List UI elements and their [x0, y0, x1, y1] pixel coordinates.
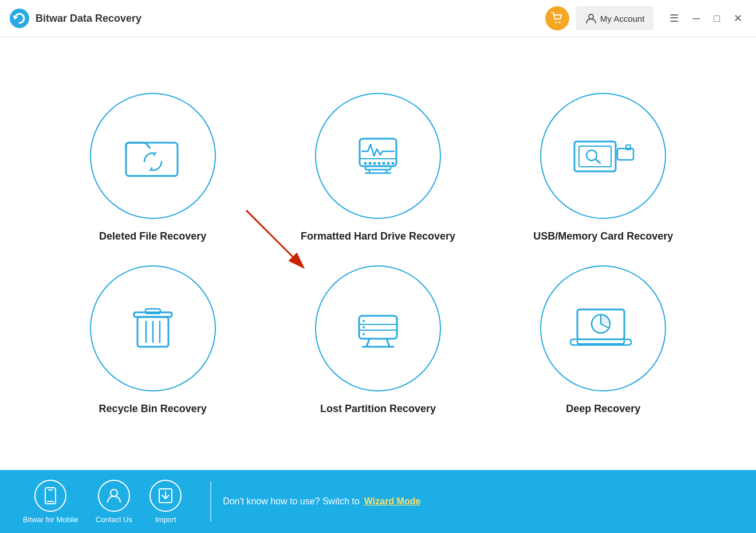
recovery-item-recycle[interactable]: Recycle Bin Recovery: [63, 265, 242, 415]
recovery-circle-deleted-file: [90, 93, 216, 219]
footer-item-mobile[interactable]: Bitwar for Mobile: [23, 480, 78, 524]
svg-point-14: [387, 162, 389, 164]
footer-mobile-circle: [34, 480, 66, 512]
svg-point-37: [363, 326, 365, 328]
recovery-label-deep: Deep Recovery: [566, 403, 640, 415]
footer-mobile-label: Bitwar for Mobile: [23, 515, 78, 524]
recovery-item-usb[interactable]: USB/Memory Card Recovery: [514, 93, 693, 242]
app-title: Bitwar Data Recovery: [36, 13, 545, 25]
svg-point-12: [377, 162, 380, 164]
svg-line-40: [387, 339, 389, 347]
app-logo-icon: [9, 8, 30, 29]
svg-line-39: [367, 339, 369, 347]
cart-button[interactable]: [545, 6, 569, 30]
svg-point-0: [10, 9, 29, 28]
footer-contact-circle: [98, 480, 130, 512]
svg-rect-21: [579, 146, 611, 167]
svg-marker-5: [153, 152, 157, 156]
recovery-circle-formatted: [315, 93, 441, 219]
svg-rect-28: [145, 309, 160, 313]
svg-point-36: [363, 320, 365, 322]
recovery-label-deleted-file: Deleted File Recovery: [99, 230, 206, 242]
svg-rect-24: [617, 148, 633, 160]
svg-point-10: [368, 162, 371, 164]
recovery-label-partition: Lost Partition Recovery: [320, 403, 436, 415]
title-bar: Bitwar Data Recovery My Account ☰ ─ □ ✕: [0, 0, 756, 37]
svg-rect-16: [365, 166, 391, 170]
recovery-item-partition[interactable]: Lost Partition Recovery: [288, 265, 467, 415]
recovery-circle-partition: [315, 265, 441, 391]
recovery-item-deleted-file[interactable]: Deleted File Recovery: [63, 93, 242, 242]
footer-actions: Bitwar for Mobile Contact Us Import: [23, 480, 182, 524]
footer-item-import[interactable]: Import: [149, 480, 182, 524]
recovery-label-usb: USB/Memory Card Recovery: [533, 230, 673, 242]
window-controls: ☰ ─ □ ✕: [665, 11, 747, 26]
recovery-circle-usb: [540, 93, 666, 219]
footer-divider: [210, 481, 211, 522]
svg-point-2: [558, 22, 560, 23]
footer-help-text: Don't know how to use? Switch to: [223, 496, 360, 507]
svg-point-13: [382, 162, 385, 164]
close-button[interactable]: ✕: [729, 11, 747, 26]
main-content: Deleted File Recovery: [0, 37, 756, 470]
svg-point-9: [364, 162, 367, 164]
recovery-circle-recycle: [90, 265, 216, 391]
svg-point-51: [111, 489, 117, 496]
svg-point-15: [391, 162, 394, 164]
footer: Bitwar for Mobile Contact Us Import: [0, 470, 756, 533]
recovery-item-deep[interactable]: Deep Recovery: [514, 265, 693, 415]
svg-rect-4: [126, 143, 178, 176]
footer-import-label: Import: [155, 515, 176, 524]
my-account-button[interactable]: My Account: [576, 6, 654, 30]
footer-item-contact[interactable]: Contact Us: [96, 480, 132, 524]
svg-line-23: [596, 159, 600, 163]
my-account-label: My Account: [600, 14, 645, 23]
svg-marker-6: [149, 167, 153, 171]
svg-point-11: [373, 162, 376, 164]
minimize-button[interactable]: ─: [688, 11, 704, 26]
wizard-mode-link[interactable]: Wizard Mode: [364, 496, 421, 507]
svg-line-45: [601, 324, 609, 328]
footer-contact-label: Contact Us: [96, 515, 132, 524]
recovery-circle-deep: [540, 265, 666, 391]
svg-point-38: [363, 333, 365, 335]
title-actions: My Account ☰ ─ □ ✕: [545, 6, 747, 30]
recovery-label-formatted: Formatted Hard Drive Recovery: [301, 230, 455, 242]
recovery-grid: Deleted File Recovery: [63, 93, 693, 415]
footer-import-circle: [149, 480, 182, 512]
svg-point-1: [555, 22, 557, 23]
recovery-item-formatted[interactable]: Formatted Hard Drive Recovery: [288, 93, 467, 242]
maximize-button[interactable]: □: [709, 11, 724, 26]
menu-button[interactable]: ☰: [665, 11, 683, 26]
footer-text-area: Don't know how to use? Switch to Wizard …: [223, 496, 733, 507]
svg-point-3: [589, 14, 593, 19]
recovery-label-recycle: Recycle Bin Recovery: [99, 403, 207, 415]
